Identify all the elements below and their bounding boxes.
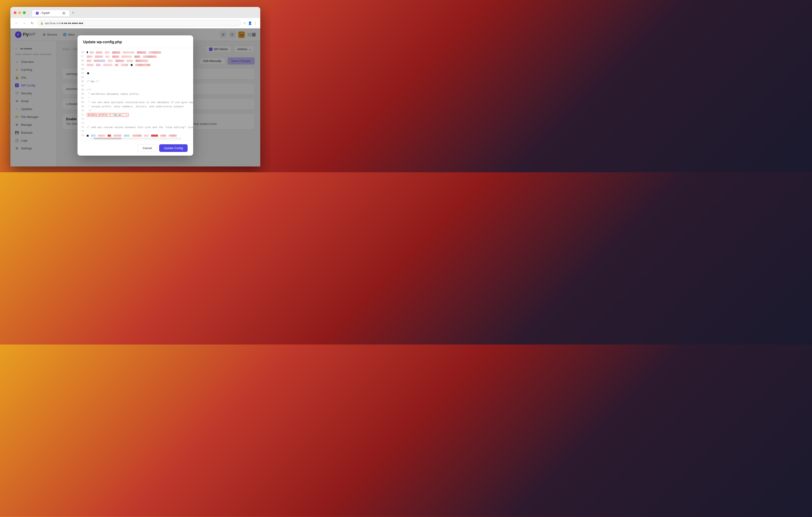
code-line-62: 62 — [78, 75, 193, 80]
browser-toolbar-icons: ☆ 👤 ⋮ — [243, 21, 257, 25]
dialog-body: 56 — [78, 48, 193, 140]
menu-icon[interactable]: ⋮ — [254, 21, 257, 25]
code-line-68: 68 * You can have multiple installations… — [78, 100, 193, 104]
code-line-70: 70 */ — [78, 109, 193, 113]
code-line-63: 63 /**@e-*/ — [78, 80, 193, 84]
close-button[interactable] — [13, 11, 17, 14]
code-line-60: 60 — [78, 67, 193, 71]
code-line-71: 71 $table_prefix = 'wp_qc_' ; — [78, 113, 193, 117]
code-line-76: 76 — [78, 134, 193, 136]
tab-title: - FlyWP — [40, 11, 50, 15]
reload-button[interactable]: ↻ — [29, 20, 35, 26]
url-display: app.flywp.com/■ ■■ ■■ ■■■■ ■■■ — [45, 22, 83, 25]
code-line-74: 74 /* Add any custom values between this… — [78, 125, 193, 129]
code-line-73: 73 — [78, 121, 193, 125]
code-line-65: 65 /** — [78, 88, 193, 92]
code-line-59: 59 — [78, 63, 193, 67]
code-line-61: 61 — [78, 71, 193, 75]
dialog-overlay: Update wp-config.php 56 — [10, 28, 260, 166]
browser-controls: F - FlyWP × + — [13, 9, 257, 16]
code-line-75: 75 — [78, 129, 193, 134]
forward-button[interactable]: → — [22, 20, 27, 26]
code-line-58: 58 — [78, 59, 193, 63]
code-line-66: 66 * WordPress database table prefix. — [78, 92, 193, 96]
bookmark-icon[interactable]: ☆ — [243, 21, 246, 25]
code-line-64: 64 — [78, 84, 193, 88]
address-bar[interactable]: 🔒 app.flywp.com/■ ■■ ■■ ■■■■ ■■■ — [37, 20, 241, 26]
profile-icon[interactable]: 👤 — [248, 21, 252, 25]
code-line-56: 56 — [78, 51, 193, 55]
tab-bar: F - FlyWP × + — [32, 9, 76, 16]
tab-close-button[interactable]: × — [62, 11, 65, 15]
dialog-header: Update wp-config.php — [78, 35, 193, 48]
code-editor[interactable]: 56 — [78, 48, 193, 140]
code-scroll-area[interactable]: 56 — [78, 48, 193, 136]
cancel-button[interactable]: Cancel — [138, 144, 156, 152]
browser-toolbar: ← → ↻ 🔒 app.flywp.com/■ ■■ ■■ ■■■■ ■■■ ☆… — [10, 18, 260, 28]
active-tab[interactable]: F - FlyWP × — [32, 10, 69, 16]
dialog-footer: Cancel Update Config — [78, 140, 193, 156]
scrollbar-thumb[interactable] — [94, 138, 121, 140]
minimize-button[interactable] — [18, 11, 21, 14]
update-config-button[interactable]: Update Config — [159, 144, 187, 152]
update-config-dialog: Update wp-config.php 56 — [78, 35, 193, 156]
highlighted-code: $table_prefix = 'wp_qc_' ; — [87, 113, 129, 117]
app-content: F FlyWP 🖥 Servers 🌐 Sites 🖥 ⚙ 📦 — [10, 28, 260, 166]
browser-titlebar: F - FlyWP × + — [10, 7, 260, 18]
new-tab-button[interactable]: + — [69, 9, 76, 16]
browser-window: F - FlyWP × + ← → ↻ 🔒 app.flywp.com/■ ■■… — [10, 7, 260, 166]
maximize-button[interactable] — [23, 11, 26, 14]
code-line-67: 67 * — [78, 96, 193, 100]
code-line-72: 72 — [78, 117, 193, 121]
horizontal-scrollbar[interactable] — [89, 138, 182, 140]
code-line-57: 57 — [78, 55, 193, 59]
code-line-69: 69 * unique prefix. Only numbers, letter… — [78, 104, 193, 109]
back-button[interactable]: ← — [13, 20, 19, 26]
dialog-title: Update wp-config.php — [83, 40, 187, 44]
